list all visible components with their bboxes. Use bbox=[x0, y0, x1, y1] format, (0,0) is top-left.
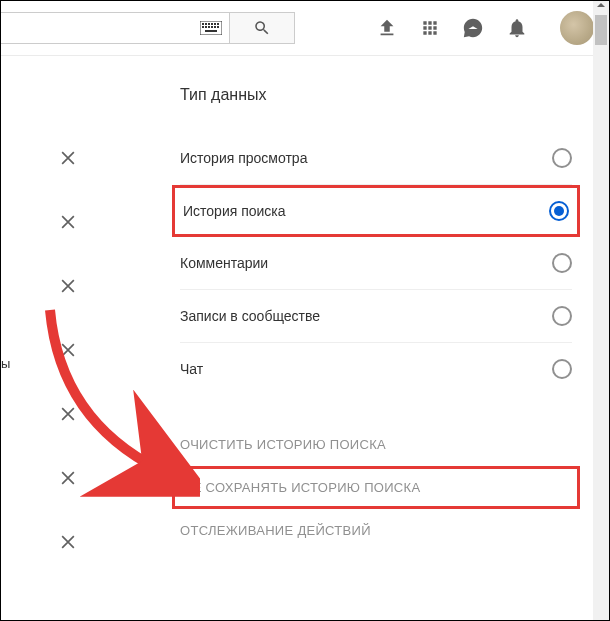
svg-rect-5 bbox=[214, 23, 216, 25]
svg-rect-4 bbox=[211, 23, 213, 25]
search-icon bbox=[253, 19, 271, 37]
search-box bbox=[0, 12, 230, 44]
scroll-up-icon bbox=[597, 3, 605, 7]
option-list: История просмотра История поиска Коммент… bbox=[180, 132, 572, 395]
action-pause-search-history[interactable]: НЕ СОХРАНЯТЬ ИСТОРИЮ ПОИСКА bbox=[172, 466, 580, 509]
option-comments[interactable]: Комментарии bbox=[180, 237, 572, 290]
svg-rect-1 bbox=[202, 23, 204, 25]
option-label: История просмотра bbox=[180, 150, 307, 166]
radio-icon bbox=[552, 253, 572, 273]
close-icon[interactable] bbox=[58, 212, 78, 232]
option-chat[interactable]: Чат bbox=[180, 343, 572, 395]
action-activity-controls[interactable]: ОТСЛЕЖИВАНИЕ ДЕЙСТВИЙ bbox=[180, 509, 572, 552]
svg-rect-9 bbox=[208, 26, 210, 28]
radio-icon bbox=[552, 306, 572, 326]
section-title: Тип данных bbox=[140, 86, 572, 104]
option-label: Записи в сообществе bbox=[180, 308, 320, 324]
svg-rect-3 bbox=[208, 23, 210, 25]
svg-rect-7 bbox=[202, 26, 204, 28]
close-icon[interactable] bbox=[58, 404, 78, 424]
option-search-history[interactable]: История поиска bbox=[172, 185, 580, 237]
notifications-icon[interactable] bbox=[506, 17, 528, 39]
action-list: ОЧИСТИТЬ ИСТОРИЮ ПОИСКА НЕ СОХРАНЯТЬ ИСТ… bbox=[180, 423, 572, 552]
radio-icon bbox=[552, 359, 572, 379]
svg-rect-12 bbox=[217, 26, 219, 28]
svg-rect-10 bbox=[211, 26, 213, 28]
svg-rect-13 bbox=[205, 30, 217, 32]
header-icons bbox=[376, 11, 594, 45]
svg-rect-2 bbox=[205, 23, 207, 25]
main-panel: Тип данных История просмотра История пои… bbox=[110, 56, 610, 621]
option-label: Чат bbox=[180, 361, 203, 377]
avatar[interactable] bbox=[560, 11, 594, 45]
scroll-thumb[interactable] bbox=[595, 15, 607, 45]
close-icon[interactable] bbox=[58, 276, 78, 296]
close-icon[interactable] bbox=[58, 468, 78, 488]
radio-icon bbox=[552, 148, 572, 168]
side-char: ы bbox=[1, 356, 10, 371]
option-community-posts[interactable]: Записи в сообществе bbox=[180, 290, 572, 343]
close-icon[interactable] bbox=[58, 148, 78, 168]
close-icon[interactable] bbox=[58, 340, 78, 360]
option-label: Комментарии bbox=[180, 255, 268, 271]
radio-selected-icon bbox=[549, 201, 569, 221]
header bbox=[0, 0, 610, 56]
keyboard-icon[interactable] bbox=[192, 13, 229, 43]
option-label: История поиска bbox=[183, 203, 286, 219]
search-button[interactable] bbox=[230, 12, 295, 44]
messages-icon[interactable] bbox=[462, 17, 484, 39]
svg-rect-6 bbox=[217, 23, 219, 25]
upload-icon[interactable] bbox=[376, 17, 398, 39]
search-input[interactable] bbox=[1, 13, 192, 43]
apps-icon[interactable] bbox=[420, 18, 440, 38]
close-icon[interactable] bbox=[58, 532, 78, 552]
scrollbar[interactable] bbox=[593, 1, 609, 620]
action-clear-search-history[interactable]: ОЧИСТИТЬ ИСТОРИЮ ПОИСКА bbox=[180, 423, 572, 466]
sidebar: ы bbox=[0, 56, 110, 621]
svg-rect-11 bbox=[214, 26, 216, 28]
svg-rect-8 bbox=[205, 26, 207, 28]
option-watch-history[interactable]: История просмотра bbox=[180, 132, 572, 185]
